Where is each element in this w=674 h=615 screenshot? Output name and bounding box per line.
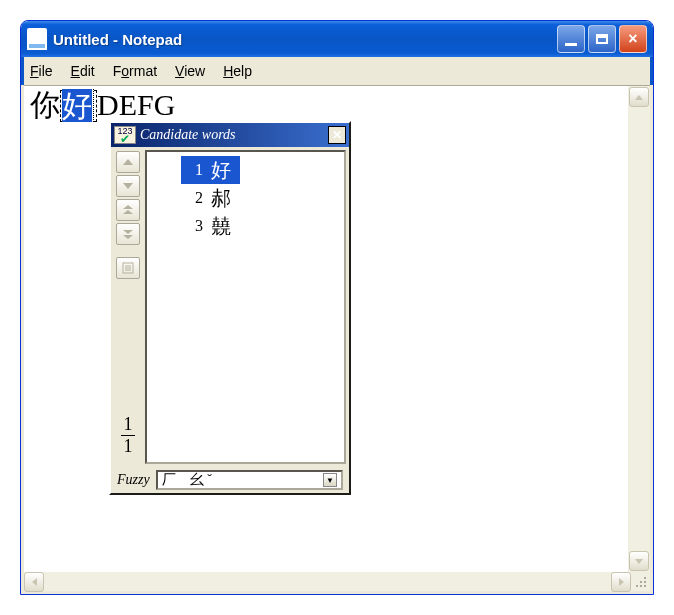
ime-page-total: 1 — [124, 436, 133, 457]
client-area: 你好DEFG 123✔ Candidate words ✕ — [24, 85, 650, 572]
scroll-left-icon[interactable] — [24, 572, 44, 592]
minimize-button[interactable] — [557, 25, 585, 53]
svg-marker-11 — [635, 559, 643, 564]
scroll-right-icon[interactable] — [611, 572, 631, 592]
app-icon — [27, 28, 47, 50]
ime-titlebar[interactable]: 123✔ Candidate words ✕ — [111, 123, 349, 147]
svg-rect-17 — [636, 585, 638, 587]
ime-candidate-row[interactable]: 1好 — [147, 156, 344, 184]
svg-rect-19 — [644, 585, 646, 587]
ime-candidate-row[interactable]: 3㚁 — [147, 212, 344, 240]
menu-format[interactable]: Format — [113, 63, 157, 79]
maximize-button[interactable] — [588, 25, 616, 53]
svg-rect-16 — [644, 581, 646, 583]
text-caret — [93, 89, 94, 122]
ime-page-indicator: 1 1 — [121, 414, 135, 457]
text-before: 你 — [30, 90, 60, 120]
titlebar[interactable]: Untitled - Notepad × — [21, 21, 653, 57]
scroll-up-icon[interactable] — [629, 87, 649, 107]
window-controls: × — [557, 25, 647, 53]
svg-rect-18 — [640, 585, 642, 587]
svg-marker-13 — [619, 578, 624, 586]
svg-rect-15 — [640, 581, 642, 583]
ime-candidate-list[interactable]: 1好 2郝 3㚁 — [145, 150, 346, 464]
menu-bar: File Edit Format View Help — [21, 57, 653, 85]
ime-mode-icon[interactable]: 123✔ — [114, 126, 136, 144]
ime-fuzzy-label: Fuzzy — [117, 472, 150, 488]
menu-file[interactable]: File — [30, 63, 53, 79]
ime-page-up-icon[interactable] — [116, 199, 140, 221]
ime-body: 1 1 1好 2郝 3㚁 — [111, 147, 349, 467]
ime-reading-input[interactable]: 厂 幺 ˇ ▼ — [156, 470, 343, 490]
svg-marker-4 — [123, 230, 133, 234]
svg-marker-0 — [123, 159, 133, 165]
svg-marker-2 — [123, 205, 133, 209]
ime-composition: 好 — [60, 90, 97, 122]
vertical-scrollbar[interactable] — [628, 86, 650, 572]
dropdown-icon[interactable]: ▼ — [323, 473, 337, 487]
horizontal-scrollbar[interactable] — [24, 572, 650, 591]
ime-candidate-window[interactable]: 123✔ Candidate words ✕ 1 — [109, 121, 351, 495]
menu-help[interactable]: Help — [223, 63, 252, 79]
ime-close-button[interactable]: ✕ — [328, 126, 346, 144]
ime-reading-text: 厂 幺 ˇ — [162, 471, 212, 489]
svg-marker-10 — [635, 95, 643, 100]
scroll-down-icon[interactable] — [629, 551, 649, 571]
editor-text[interactable]: 你好DEFG — [30, 90, 622, 122]
resize-grip-icon[interactable] — [631, 572, 650, 591]
notepad-window: Untitled - Notepad × File Edit Format Vi… — [20, 20, 654, 595]
ime-scroll-down-icon[interactable] — [116, 175, 140, 197]
text-after: DEFG — [97, 90, 175, 120]
ime-title: Candidate words — [140, 127, 328, 143]
close-button[interactable]: × — [619, 25, 647, 53]
svg-marker-1 — [123, 183, 133, 189]
editor-area[interactable]: 你好DEFG 123✔ Candidate words ✕ — [24, 86, 628, 572]
ime-side-controls: 1 1 — [111, 147, 145, 467]
ime-page-current: 1 — [124, 414, 133, 435]
ime-options-icon[interactable] — [116, 257, 140, 279]
menu-edit[interactable]: Edit — [71, 63, 95, 79]
ime-scroll-up-icon[interactable] — [116, 151, 140, 173]
window-title: Untitled - Notepad — [53, 31, 557, 48]
ime-page-down-icon[interactable] — [116, 223, 140, 245]
menu-view[interactable]: View — [175, 63, 205, 79]
ime-footer: Fuzzy 厂 幺 ˇ ▼ — [111, 467, 349, 493]
svg-marker-3 — [123, 210, 133, 214]
svg-marker-12 — [32, 578, 37, 586]
svg-rect-14 — [644, 577, 646, 579]
svg-marker-5 — [123, 235, 133, 239]
composition-selected: 好 — [62, 89, 92, 122]
ime-candidate-row[interactable]: 2郝 — [147, 184, 344, 212]
